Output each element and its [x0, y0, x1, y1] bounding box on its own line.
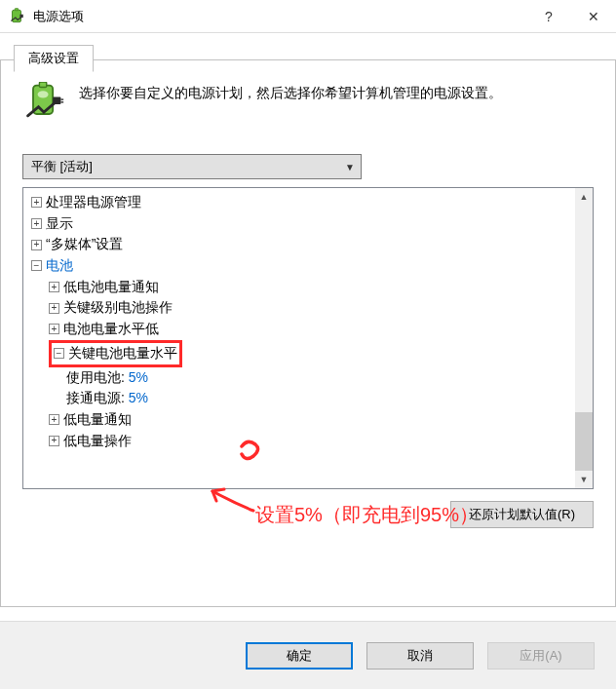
tree-item-critical-battery-action[interactable]: +关键级别电池操作: [25, 297, 573, 319]
tree-item-battery[interactable]: −电池: [25, 255, 573, 277]
expand-icon[interactable]: +: [49, 282, 59, 292]
collapse-icon[interactable]: −: [31, 260, 42, 271]
hero: 选择你要自定义的电源计划，然后选择你希望计算机管理的电源设置。: [22, 82, 594, 125]
tree-item-processor[interactable]: +处理器电源管理: [25, 192, 573, 213]
hero-description: 选择你要自定义的电源计划，然后选择你希望计算机管理的电源设置。: [79, 82, 502, 125]
tree-scrollbar[interactable]: ▲ ▼: [575, 188, 593, 488]
tree-item-multimedia[interactable]: +“多媒体”设置: [25, 234, 573, 255]
tree-item-low-battery-notification[interactable]: +低电池电量通知: [25, 277, 573, 298]
scroll-thumb[interactable]: [575, 412, 593, 471]
restore-defaults-button[interactable]: 还原计划默认值(R): [450, 501, 594, 528]
tab-panel: 选择你要自定义的电源计划，然后选择你希望计算机管理的电源设置。 平衡 [活动] …: [0, 59, 616, 607]
scroll-down-icon[interactable]: ▼: [575, 471, 593, 488]
annotation-highlight: −关键电池电量水平: [49, 340, 182, 367]
svg-point-5: [38, 91, 49, 97]
svg-rect-4: [39, 82, 46, 88]
value-number: 5%: [129, 367, 148, 389]
expand-icon[interactable]: +: [49, 303, 59, 314]
expand-icon[interactable]: +: [49, 324, 59, 334]
battery-plug-icon: [8, 8, 25, 25]
titlebar: 电源选项 ? ✕: [0, 0, 616, 33]
tree-item-low-action[interactable]: +低电量操作: [25, 431, 573, 452]
ok-button[interactable]: 确定: [246, 642, 353, 670]
svg-rect-2: [19, 14, 22, 17]
tab-advanced-settings[interactable]: 高级设置: [14, 45, 94, 72]
value-label: 使用电池:: [66, 367, 125, 389]
svg-rect-6: [53, 97, 60, 104]
power-plan-value: 平衡 [活动]: [31, 158, 93, 175]
close-button[interactable]: ✕: [571, 0, 616, 33]
battery-plug-icon: [22, 82, 65, 125]
expand-icon[interactable]: +: [31, 240, 42, 250]
tree-item-critical-battery-level[interactable]: −关键电池电量水平: [25, 340, 573, 367]
window-title: 电源选项: [33, 8, 526, 25]
svg-rect-8: [60, 101, 63, 102]
expand-icon[interactable]: +: [49, 414, 59, 425]
tree-value-on-battery[interactable]: 使用电池: 5%: [25, 367, 573, 389]
scroll-up-icon[interactable]: ▲: [575, 188, 593, 206]
value-number: 5%: [129, 388, 148, 409]
settings-tree: +处理器电源管理 +显示 +“多媒体”设置 −电池 +低电池电量通知 +关键级别…: [22, 187, 594, 489]
power-plan-select[interactable]: 平衡 [活动] ▼: [22, 154, 362, 179]
apply-button[interactable]: 应用(A): [487, 642, 595, 670]
svg-rect-0: [13, 10, 21, 21]
help-button[interactable]: ?: [526, 0, 571, 33]
cancel-button[interactable]: 取消: [366, 642, 474, 670]
svg-rect-7: [60, 98, 63, 99]
value-label: 接通电源:: [66, 388, 125, 409]
expand-icon[interactable]: +: [31, 218, 42, 229]
chevron-down-icon: ▼: [345, 162, 355, 172]
dialog-footer: 确定 取消 应用(A): [0, 621, 616, 689]
expand-icon[interactable]: +: [49, 436, 59, 446]
tree-value-plugged-in[interactable]: 接通电源: 5%: [25, 388, 573, 409]
tree-item-display[interactable]: +显示: [25, 213, 573, 235]
expand-icon[interactable]: +: [31, 197, 42, 208]
collapse-icon[interactable]: −: [54, 348, 64, 359]
tree-item-low-notification[interactable]: +低电量通知: [25, 409, 573, 431]
svg-rect-1: [15, 8, 18, 10]
tree-item-low-battery-level[interactable]: +电池电量水平低: [25, 319, 573, 340]
